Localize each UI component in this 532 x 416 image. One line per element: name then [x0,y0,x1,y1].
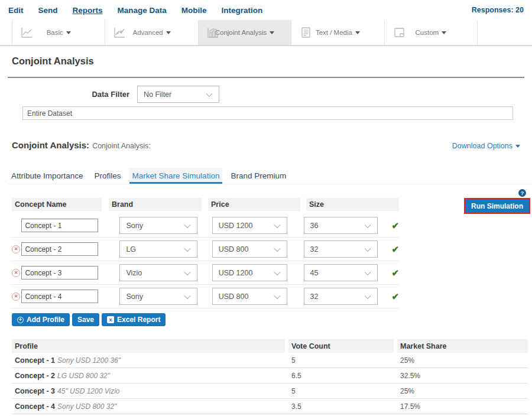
caret-down-icon [442,31,446,34]
column-header-profile: Profile [12,339,285,353]
section-title: Conjoint Analysis: [12,140,89,150]
save-button[interactable]: Save [72,313,99,326]
concept-name-input[interactable] [21,290,98,303]
column-header-market-share: Market Share [397,339,528,353]
brand-select[interactable]: Vizio [119,264,197,281]
market-share: 32.5% [397,372,528,380]
brand-select[interactable]: LG [119,240,197,258]
scatter-chart-icon [113,26,126,41]
delete-row-icon[interactable]: ✕ [12,292,20,301]
chevron-down-icon [274,268,280,275]
chevron-down-icon [184,268,190,275]
vote-count: 3.5 [288,402,394,411]
price-select[interactable]: USD 800 [212,240,287,258]
profile-desc: 45" USD 1200 Vizio [57,387,119,395]
caret-down-icon [515,145,520,148]
tab-attribute-importance[interactable]: Attribute Importance [8,168,86,184]
tab-market-share-simulation[interactable]: Market Share Simulation [129,168,223,184]
price-select[interactable]: USD 1200 [212,264,287,281]
section-header: Conjoint Analysis: Conjoint Analysis: Do… [12,140,520,150]
profile-name: Concept - 4 [15,402,55,411]
brand-select[interactable]: Sony [119,217,197,234]
chevron-down-icon [184,245,190,251]
toolbar-item-conjoint-analysis[interactable]: Conjoint Analysis [199,20,291,45]
run-simulation-button[interactable]: Run Simulation [464,198,530,214]
concept-row-1: Sony USD 1200 36 ✔ [12,214,399,238]
tab-profiles[interactable]: Profiles [92,168,124,184]
toolbar-label: Text / Media [316,29,352,36]
result-row-3: Concept - 345" USD 1200 Vizio 5 25% [12,384,528,399]
custom-layout-icon [392,26,406,41]
toolbar-label: Conjoint Analysis [215,29,267,36]
delete-row-icon[interactable]: ✕ [12,245,20,254]
size-select[interactable]: 36 [304,217,378,234]
concept-name-input[interactable] [21,242,98,256]
column-header-price: Price [208,198,300,211]
download-options-button[interactable]: Download Options [452,142,520,150]
profile-desc: Sony USD 800 32" [57,402,116,411]
size-select[interactable]: 45 [304,264,378,281]
vote-count: 6.5 [288,372,394,380]
plus-icon: + [17,317,24,323]
price-select[interactable]: USD 800 [212,288,287,305]
result-row-2: Concept - 2LG USD 800 32" 6.5 32.5% [12,368,528,384]
add-profile-button[interactable]: + Add Profile [12,313,70,326]
market-share: 17.5% [397,402,528,411]
toolbar-item-advanced[interactable]: Advanced [105,20,198,45]
toolbar-label: Advanced [133,29,163,36]
valid-check-icon: ✔ [391,220,399,231]
chevron-down-icon [274,292,280,298]
data-filter-row: Data Filter No Filter [0,86,532,103]
responses-count: Responses: 20 [472,6,524,14]
market-share: 25% [397,387,528,395]
column-header-vote-count: Vote Count [288,339,394,353]
chevron-down-icon [206,90,212,96]
page-title: Conjoint Analysis [12,56,532,67]
excel-report-button[interactable]: x Excel Report [102,313,166,326]
caret-down-icon [270,31,274,34]
vote-count: 5 [288,356,394,365]
dataset-field[interactable]: Entire Dataset [22,106,513,120]
column-header-size: Size [306,198,399,211]
profile-name: Concept - 2 [15,372,55,380]
toolbar-item-text-media[interactable]: Text / Media [291,20,384,45]
concept-row-2: ✕ LG USD 800 32 ✔ [12,238,399,261]
data-filter-label: Data Filter [0,90,129,99]
report-tabs: Attribute Importance Profiles Market Sha… [8,168,532,184]
chevron-down-icon [365,221,371,228]
nav-item-reports[interactable]: Reports [73,6,103,15]
reports-toolbar: Basic Advanced Conjoint Analysis Text / … [0,20,532,46]
nav-item-manage-data[interactable]: Manage Data [118,6,167,15]
help-icon[interactable]: ? [518,189,526,197]
size-select[interactable]: 32 [304,288,378,305]
valid-check-icon: ✔ [391,291,399,302]
toolbar-item-custom[interactable]: Custom [385,20,478,45]
results-table: Profile Vote Count Market Share Concept … [12,339,528,414]
result-row-4: Concept - 4Sony USD 800 32" 3.5 17.5% [12,399,528,414]
chevron-down-icon [365,245,371,251]
concept-row-4: ✕ Sony USD 800 32 ✔ [12,285,399,308]
concept-name-input[interactable] [21,266,98,280]
nav-item-mobile[interactable]: Mobile [181,6,207,15]
toolbar-label: Custom [416,29,439,36]
caret-down-icon [355,31,360,34]
size-select[interactable]: 32 [304,240,378,258]
concept-name-input[interactable] [21,219,98,232]
tab-brand-premium[interactable]: Brand Premium [228,168,289,184]
brand-select[interactable]: Sony [119,288,197,305]
data-filter-select[interactable]: No Filter [137,86,219,103]
nav-item-integration[interactable]: Integration [222,6,263,15]
profile-desc: Sony USD 1200 36" [57,356,121,365]
profile-name: Concept - 3 [15,387,55,395]
nav-item-send[interactable]: Send [38,6,58,15]
nav-item-edit[interactable]: Edit [8,6,24,15]
top-nav: Edit Send Reports Manage Data Mobile Int… [0,0,532,20]
chevron-down-icon [184,221,190,228]
data-filter-value: No Filter [144,90,171,99]
vote-count: 5 [288,387,394,395]
delete-row-icon[interactable]: ✕ [12,269,20,277]
toolbar-item-basic[interactable]: Basic [12,20,105,45]
price-select[interactable]: USD 1200 [212,217,287,234]
column-header-concept-name: Concept Name [12,198,102,211]
result-row-1: Concept - 1Sony USD 1200 36" 5 25% [12,353,528,368]
